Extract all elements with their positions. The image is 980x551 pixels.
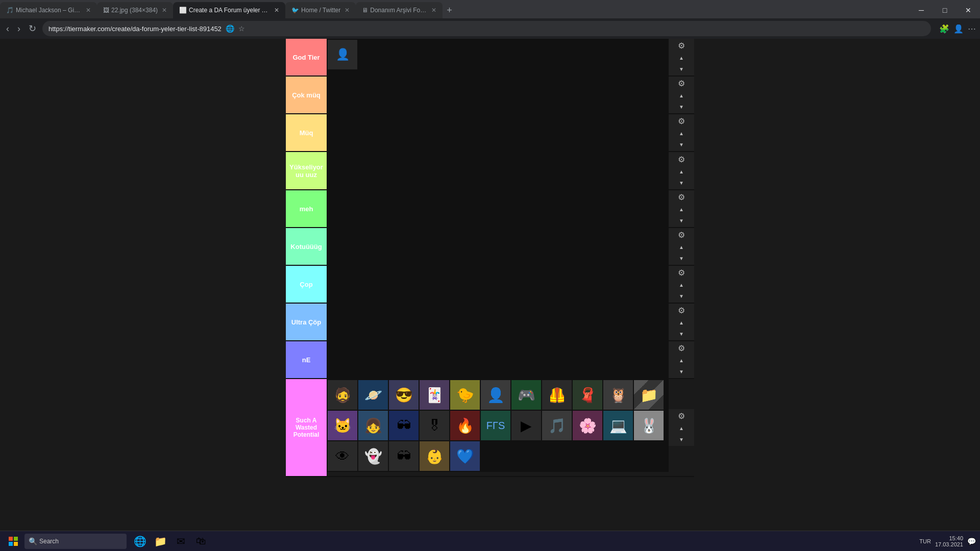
down-button-yukseliyor[interactable] [678, 177, 685, 187]
avatar-w-4[interactable]: 🃏 [420, 380, 449, 410]
tab-1-close[interactable]: ✕ [86, 7, 91, 14]
profile-icon[interactable]: 👤 [953, 24, 964, 34]
tier-row-muc: Müq [286, 114, 694, 152]
tab-2-close[interactable]: ✕ [162, 7, 167, 14]
avatar-w-27[interactable]: 💙 [450, 441, 480, 471]
tab-5[interactable]: 🖥 Donanım Arşivi Forum ✕ [356, 2, 443, 18]
down-button-cok-muc[interactable] [678, 101, 685, 111]
tab-5-close[interactable]: ✕ [431, 7, 436, 14]
avatar-w-3[interactable]: 😎 [389, 380, 419, 410]
tab-2[interactable]: 🖼 22.jpg (384×384) ✕ [97, 2, 173, 18]
down-arrow-ultra-cop [679, 329, 684, 337]
tier-controls-cop [669, 266, 694, 303]
tier-controls-ne [669, 341, 694, 378]
avatar-w-26[interactable]: 👶 [420, 441, 449, 471]
up-button-meh[interactable] [678, 204, 685, 214]
down-arrow-wasted [679, 434, 684, 443]
avatar-w-11[interactable]: 📁 [634, 380, 664, 410]
gear-button-wasted[interactable] [677, 411, 686, 421]
taskbar-app-explorer[interactable]: 📁 [151, 532, 169, 550]
start-button[interactable] [4, 532, 22, 550]
notification-icon[interactable]: 💬 [967, 537, 976, 545]
gear-icon-muc [678, 117, 685, 126]
avatar-w-9[interactable]: 🧣 [573, 380, 602, 410]
up-button-wasted[interactable] [678, 422, 685, 433]
avatar-w-13[interactable]: 👧 [358, 411, 388, 440]
gear-button-yukseliyor[interactable] [677, 155, 686, 165]
tier-row-god: God Tier 👤 [286, 39, 694, 77]
up-button-muc[interactable] [678, 128, 685, 138]
down-button-wasted[interactable] [678, 434, 685, 444]
tab-4[interactable]: 🐦 Home / Twitter ✕ [285, 2, 356, 18]
avatar-w-18[interactable]: ▶ [511, 411, 541, 440]
gear-button-cop[interactable] [677, 268, 686, 278]
gear-button-ultra-cop[interactable] [677, 306, 686, 316]
up-button-god[interactable] [678, 52, 685, 62]
translate-icon[interactable]: 🌐 [226, 24, 234, 33]
down-button-muc[interactable] [678, 139, 685, 149]
tier-content-yukseliyor [327, 152, 669, 189]
avatar-w-7[interactable]: 🎮 [511, 380, 541, 410]
avatar-w-20[interactable]: 🌸 [573, 411, 602, 440]
up-button-cok-muc[interactable] [678, 90, 685, 100]
tab-4-close[interactable]: ✕ [345, 7, 350, 14]
taskbar-app-store[interactable]: 🛍 [192, 532, 210, 550]
taskbar-app-mail[interactable]: ✉ [172, 532, 190, 550]
tab-3-close[interactable]: ✕ [274, 7, 279, 14]
minimize-button[interactable]: ─ [910, 2, 933, 18]
up-button-cop[interactable] [678, 279, 685, 289]
tier-label-cop: Çop [286, 266, 327, 303]
avatar-w-6[interactable]: 👤 [481, 380, 510, 410]
down-button-ultra-cop[interactable] [678, 328, 685, 338]
star-icon[interactable]: ☆ [238, 24, 245, 33]
menu-icon[interactable]: ⋯ [968, 24, 976, 34]
avatar-w-23[interactable]: 👁 [328, 441, 357, 471]
extensions-icon[interactable]: 🧩 [939, 24, 949, 34]
up-button-ultra-cop[interactable] [678, 317, 685, 327]
up-button-ne[interactable] [678, 355, 685, 365]
avatar-w-5[interactable]: 🐤 [450, 380, 480, 410]
avatar-w-21[interactable]: 💻 [603, 411, 633, 440]
gear-button-ne[interactable] [677, 343, 686, 354]
avatar-w-16[interactable]: 🔥 [450, 411, 480, 440]
address-bar[interactable]: https://tiermaker.com/create/da-forum-ye… [42, 21, 931, 36]
gear-button-cok-muc[interactable] [677, 79, 686, 89]
gear-button-meh[interactable] [677, 192, 686, 203]
maximize-button[interactable]: □ [933, 2, 957, 18]
down-button-god[interactable] [678, 63, 685, 73]
back-button[interactable]: ‹ [4, 21, 11, 36]
down-button-ne[interactable] [678, 366, 685, 376]
taskbar-search[interactable]: 🔍 Search [24, 534, 127, 549]
down-arrow-yukseliyor [679, 178, 684, 186]
tab-1[interactable]: 🎵 Michael Jackson – Give In T... ✕ [0, 2, 97, 18]
avatar-god-1[interactable]: 👤 [328, 40, 357, 69]
gear-button-kotuu[interactable] [677, 230, 686, 240]
avatar-w-24[interactable]: 👻 [358, 441, 388, 471]
tab-3[interactable]: ⬜ Create a DA Forum üyeler Tier L... ✕ [173, 2, 285, 18]
down-button-meh[interactable] [678, 215, 685, 225]
avatar-w-25[interactable]: 🕶 [389, 441, 419, 471]
avatar-w-17[interactable]: FΓS [481, 411, 510, 440]
avatar-w-12[interactable]: 🐱 [328, 411, 357, 440]
new-tab-button[interactable]: + [443, 2, 456, 18]
avatar-w-22[interactable]: 🐰 [634, 411, 664, 440]
avatar-w-2[interactable]: 🪐 [358, 380, 388, 410]
down-button-kotuu[interactable] [678, 253, 685, 263]
avatar-w-15[interactable]: 🎖 [420, 411, 449, 440]
gear-button-god[interactable] [677, 41, 686, 51]
tier-content-god: 👤 [327, 39, 669, 76]
reload-button[interactable]: ↻ [27, 21, 38, 36]
gear-button-muc[interactable] [677, 116, 686, 127]
up-button-yukseliyor[interactable] [678, 166, 685, 176]
up-button-kotuu[interactable] [678, 241, 685, 252]
tier-row-cop: Çop [286, 266, 694, 304]
avatar-w-10[interactable]: 🦉 [603, 380, 633, 410]
avatar-w-1[interactable]: 🧔 [328, 380, 357, 410]
down-button-cop[interactable] [678, 290, 685, 300]
close-button[interactable]: ✕ [957, 2, 980, 18]
forward-button[interactable]: › [15, 21, 22, 36]
taskbar-app-edge[interactable]: 🌐 [131, 532, 149, 550]
avatar-w-19[interactable]: 🎵 [542, 411, 572, 440]
avatar-w-14[interactable]: 🕶 [389, 411, 419, 440]
avatar-w-8[interactable]: 🦺 [542, 380, 572, 410]
